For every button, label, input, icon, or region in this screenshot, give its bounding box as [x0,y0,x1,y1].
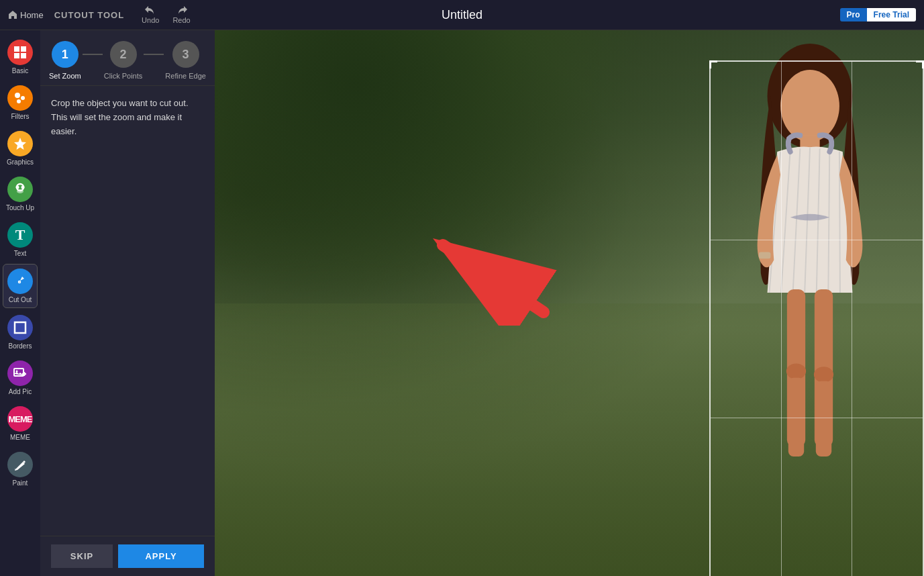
svg-rect-28 [759,252,771,258]
top-bar: Home CUTOUT TOOL Undo Redo Untitled Pro … [0,0,924,30]
free-trial-label: Free Trial [867,8,916,21]
svg-rect-0 [14,46,19,52]
filters-icon [7,85,33,111]
sidebar-paint-label: Paint [13,479,28,487]
sidebar-borders-label: Borders [8,342,32,350]
pro-label: Pro [840,8,867,21]
step-3-circle: 3 [172,41,199,68]
svg-rect-1 [21,46,26,52]
svg-point-19 [780,70,839,142]
undo-button[interactable]: Undo [138,4,163,26]
home-button[interactable]: Home [8,10,44,20]
svg-point-5 [21,96,25,100]
touchup-icon [7,177,33,202]
basic-icon [7,40,33,65]
pro-badge: Pro Free Trial [840,8,916,21]
svg-point-11 [17,189,23,193]
graphics-icon [7,131,33,156]
step-3-label: Refine Edge [165,72,206,80]
sidebar-text-label: Text [14,250,26,257]
undo-redo-group: Undo Redo [138,4,195,26]
svg-point-31 [786,363,806,379]
tree-overlay [215,30,640,303]
sidebar-item-borders[interactable]: Borders [3,311,38,354]
sidebar-touchup-label: Touch Up [6,204,34,211]
step-indicator: 1 Set Zoom 2 Click Points 3 Refine Edge [40,30,215,86]
svg-rect-3 [21,53,26,58]
step-1: 1 Set Zoom [49,41,81,80]
sidebar-graphics-label: Graphics [7,158,34,166]
tool-label: CUTOUT TOOL [54,10,124,20]
sidebar-item-touchup[interactable]: Touch Up [3,173,38,215]
tool-panel: 1 Set Zoom 2 Click Points 3 Refine Edge [40,30,215,576]
sidebar-item-text[interactable]: T Text [3,218,38,261]
addpic-icon [7,361,33,386]
sidebar-filters-label: Filters [11,113,29,120]
instructions-text: Crop the object you want to cut out. Thi… [40,86,215,536]
svg-rect-34 [816,381,831,457]
sidebar-cutout-label: Cut Out [9,296,32,303]
svg-point-6 [17,99,21,103]
text-icon: T [7,222,33,248]
cutout-icon [7,269,33,294]
redo-label: Redo [172,16,190,24]
svg-point-10 [21,186,25,189]
apply-button[interactable]: APPLY [118,544,204,568]
step-connector-2 [144,54,164,55]
step-2: 2 Click Points [104,41,142,80]
sidebar-basic-label: Basic [12,67,28,75]
skip-button[interactable]: SKIP [51,544,113,568]
meme-icon: MEME [7,406,33,432]
svg-rect-2 [14,53,19,58]
sidebar-item-cutout[interactable]: Cut Out [3,264,38,308]
left-sidebar: Basic Filters Graphics Touch Up T Text [0,30,40,576]
sidebar-item-filters[interactable]: Filters [3,81,38,124]
step-1-circle: 1 [52,41,79,68]
svg-point-32 [814,367,833,382]
svg-rect-33 [788,378,804,457]
svg-marker-7 [14,138,26,150]
person-figure [709,44,911,576]
sidebar-item-meme[interactable]: MEME MEME [3,402,38,445]
canvas-area[interactable] [215,30,924,576]
home-label: Home [20,10,44,20]
sidebar-meme-label: MEME [10,434,30,441]
step-3: 3 Refine Edge [165,41,206,80]
step-connector-1 [83,54,103,55]
paint-icon [7,452,33,477]
borders-icon [7,315,33,340]
action-buttons: SKIP APPLY [40,536,215,576]
step-2-circle: 2 [110,41,137,68]
sidebar-addpic-label: Add Pic [9,388,32,395]
document-title: Untitled [442,8,482,22]
sidebar-item-paint[interactable]: Paint [3,448,38,491]
step-2-label: Click Points [104,72,142,80]
sidebar-item-addpic[interactable]: Add Pic [3,356,38,399]
undo-label: Undo [142,16,159,24]
step-1-label: Set Zoom [49,72,81,80]
svg-rect-13 [15,322,25,333]
sidebar-item-graphics[interactable]: Graphics [3,127,38,170]
svg-point-9 [16,186,19,189]
main-content: Basic Filters Graphics Touch Up T Text [0,30,924,576]
sidebar-item-basic[interactable]: Basic [3,36,38,79]
redo-button[interactable]: Redo [168,4,194,26]
svg-point-4 [15,93,20,98]
